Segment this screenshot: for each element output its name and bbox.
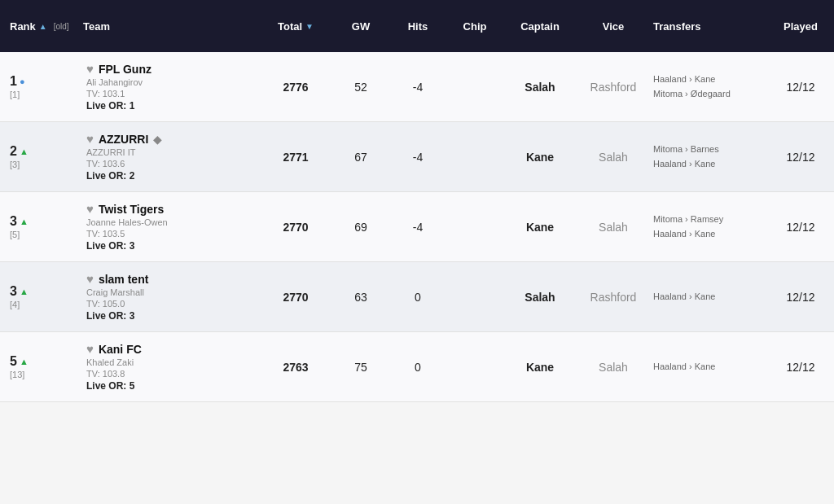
played-value: 12/12	[764, 81, 834, 94]
leaderboard-table: Rank ▲ [old] Team Total ▼ GW Hits Chip C…	[0, 0, 834, 402]
rank-cell: 5 ▲ [13]	[7, 354, 80, 379]
gw-value: 52	[332, 81, 389, 94]
hits-value: 0	[389, 361, 446, 374]
manager-name: Craig Marshall	[86, 287, 252, 297]
favourite-icon[interactable]: ♥	[86, 342, 94, 356]
hits-header: Hits	[389, 20, 446, 33]
team-name: Kani FC	[99, 343, 142, 356]
live-or: Live OR: 3	[86, 310, 252, 322]
team-tv: TV: 103.1	[86, 89, 252, 99]
rank-number: 5	[10, 354, 17, 369]
rank-change-icon: ▲	[20, 147, 29, 156]
rank-old: [4]	[10, 300, 20, 309]
rank-header[interactable]: Rank ▲ [old]	[7, 20, 80, 33]
vice-value: Rashford	[577, 291, 650, 304]
vice-value: Salah	[577, 221, 650, 234]
captain-value: Kane	[503, 361, 577, 374]
live-or: Live OR: 1	[86, 100, 252, 112]
rank-number: 3	[10, 214, 17, 229]
manager-name: AZZURRI IT	[86, 147, 252, 157]
gw-header: GW	[332, 20, 389, 33]
manager-name: Joanne Hales-Owen	[86, 217, 252, 227]
transfers-value: Haaland › Kane	[650, 290, 764, 305]
rank-cell: 3 ▲ [4]	[7, 284, 80, 309]
rank-change-icon: ▲	[20, 217, 29, 226]
rank-number: 1	[10, 74, 17, 89]
rank-old: [5]	[10, 230, 20, 239]
gw-value: 63	[332, 291, 389, 304]
rank-label: Rank	[10, 20, 36, 33]
team-header: Team	[80, 20, 259, 33]
total-value: 2770	[259, 221, 332, 234]
favourite-icon[interactable]: ♥	[86, 62, 94, 76]
rank-cell: 3 ▲ [5]	[7, 214, 80, 239]
table-row: 5 ▲ [13] ♥ Kani FC Khaled Zaki TV: 103.8…	[0, 332, 834, 402]
vice-value: Salah	[577, 151, 650, 164]
team-name: AZZURRI	[99, 133, 148, 146]
favourite-icon[interactable]: ♥	[86, 202, 94, 216]
played-value: 12/12	[764, 291, 834, 304]
rank-old: [3]	[10, 160, 20, 169]
team-tv: TV: 103.6	[86, 159, 252, 169]
played-value: 12/12	[764, 361, 834, 374]
vice-value: Rashford	[577, 81, 650, 94]
total-value: 2771	[259, 151, 332, 164]
table-header: Rank ▲ [old] Team Total ▼ GW Hits Chip C…	[0, 0, 834, 52]
manager-name: Ali Jahangirov	[86, 77, 252, 87]
favourite-icon[interactable]: ♥	[86, 132, 94, 146]
team-tv: TV: 103.8	[86, 369, 252, 379]
manager-name: Khaled Zaki	[86, 357, 252, 367]
transfers-value: Mitoma › Barnes Haaland › Kane	[650, 142, 764, 171]
team-name: slam tent	[99, 273, 148, 286]
rank-sub-label: [old]	[54, 22, 69, 31]
gw-value: 67	[332, 151, 389, 164]
transfers-value: Haaland › Kane	[650, 360, 764, 375]
rank-change-icon: ●	[20, 77, 25, 86]
rank-change-icon: ▲	[20, 287, 29, 296]
team-cell: ♥ slam tent Craig Marshall TV: 105.0 Liv…	[80, 272, 259, 322]
played-value: 12/12	[764, 151, 834, 164]
chip-header: Chip	[446, 20, 503, 33]
rank-old: [13]	[10, 370, 24, 379]
live-or: Live OR: 2	[86, 170, 252, 182]
total-sort-icon: ▼	[305, 22, 314, 31]
rank-change-icon: ▲	[20, 357, 29, 366]
team-cell: ♥ AZZURRI ◆ AZZURRI IT TV: 103.6 Live OR…	[80, 132, 259, 182]
team-tv: TV: 105.0	[86, 299, 252, 309]
team-name: FPL Gunz	[99, 63, 151, 76]
team-tv: TV: 103.5	[86, 229, 252, 239]
captain-value: Kane	[503, 221, 577, 234]
gw-value: 69	[332, 221, 389, 234]
played-header: Played	[764, 20, 834, 33]
total-value: 2770	[259, 291, 332, 304]
transfers-value: Mitoma › Ramsey Haaland › Kane	[650, 213, 764, 241]
gw-value: 75	[332, 361, 389, 374]
total-header[interactable]: Total ▼	[259, 20, 332, 33]
hits-value: -4	[389, 81, 446, 94]
captain-value: Kane	[503, 151, 577, 164]
hits-value: -4	[389, 221, 446, 234]
rank-number: 2	[10, 144, 17, 159]
favourite-icon[interactable]: ♥	[86, 272, 94, 286]
hits-value: -4	[389, 151, 446, 164]
played-value: 12/12	[764, 221, 834, 234]
captain-header: Captain	[503, 20, 577, 33]
team-name: Twist Tigers	[99, 203, 164, 216]
total-value: 2776	[259, 81, 332, 94]
table-row: 3 ▲ [4] ♥ slam tent Craig Marshall TV: 1…	[0, 262, 834, 332]
team-cell: ♥ FPL Gunz Ali Jahangirov TV: 103.1 Live…	[80, 62, 259, 112]
table-row: 1 ● [1] ♥ FPL Gunz Ali Jahangirov TV: 10…	[0, 52, 834, 122]
hits-value: 0	[389, 291, 446, 304]
table-row: 2 ▲ [3] ♥ AZZURRI ◆ AZZURRI IT TV: 103.6…	[0, 122, 834, 192]
team-cell: ♥ Kani FC Khaled Zaki TV: 103.8 Live OR:…	[80, 342, 259, 392]
transfers-header: Transfers	[650, 20, 764, 33]
team-cell: ♥ Twist Tigers Joanne Hales-Owen TV: 103…	[80, 202, 259, 252]
captain-value: Salah	[503, 291, 577, 304]
captain-value: Salah	[503, 81, 577, 94]
transfers-value: Haaland › Kane Mitoma › Ødegaard	[650, 72, 764, 101]
rank-sort-icon: ▲	[39, 22, 47, 31]
live-or: Live OR: 3	[86, 240, 252, 252]
rank-number: 3	[10, 284, 17, 299]
team-badge-icon: ◆	[153, 133, 162, 146]
table-row: 3 ▲ [5] ♥ Twist Tigers Joanne Hales-Owen…	[0, 192, 834, 262]
